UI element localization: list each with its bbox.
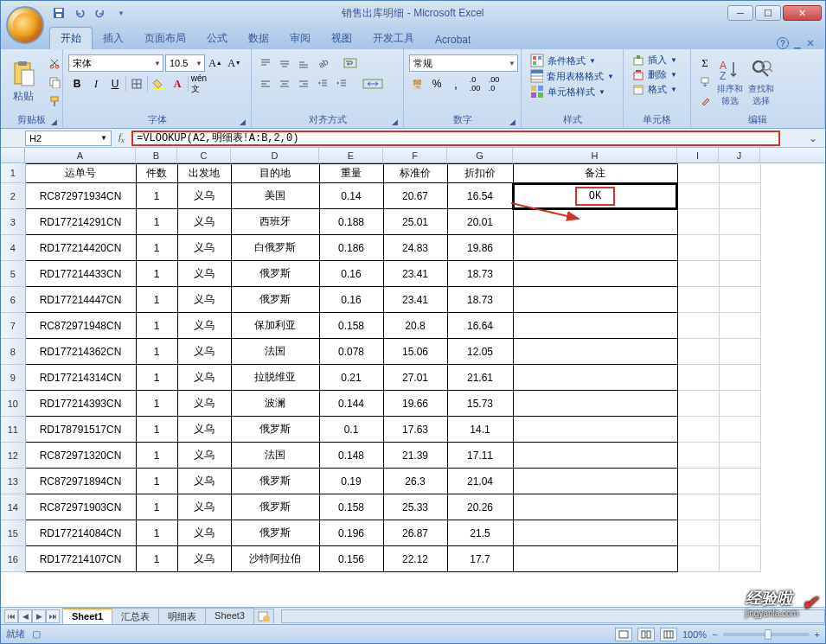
header-cell[interactable]: 备注 (513, 164, 677, 183)
row-header[interactable]: 10 (1, 391, 25, 417)
row-header[interactable]: 13 (1, 469, 25, 494)
col-header-J[interactable]: J (719, 148, 760, 163)
empty-cell[interactable] (677, 365, 719, 391)
data-cell[interactable] (513, 520, 677, 546)
align-left-icon[interactable] (257, 75, 274, 92)
conditional-formatting-button[interactable]: 条件格式▼ (527, 53, 618, 68)
data-cell[interactable]: 17.7 (447, 546, 513, 572)
col-header-C[interactable]: C (177, 148, 231, 163)
increase-decimal-icon[interactable]: .0.00 (466, 75, 483, 92)
row-header[interactable]: 14 (1, 494, 25, 520)
name-box[interactable]: H2▼ (25, 131, 112, 146)
save-icon[interactable] (49, 3, 68, 22)
data-cell[interactable] (513, 287, 677, 313)
increase-indent-icon[interactable] (333, 75, 350, 92)
data-cell[interactable] (513, 365, 677, 391)
empty-cell[interactable] (677, 235, 719, 261)
shrink-font-icon[interactable]: A▼ (226, 54, 243, 72)
data-cell[interactable]: 21.61 (447, 365, 513, 391)
insert-cells-button[interactable]: 插入▼ (629, 53, 685, 67)
data-cell[interactable] (513, 391, 677, 417)
empty-cell[interactable] (677, 494, 719, 520)
empty-cell[interactable] (677, 443, 719, 469)
data-cell[interactable]: 义乌 (177, 469, 231, 494)
data-cell[interactable]: 1 (136, 494, 177, 520)
next-sheet-icon[interactable]: ▶ (32, 609, 46, 623)
clear-icon[interactable] (696, 92, 714, 110)
header-cell[interactable]: 件数 (136, 164, 177, 183)
data-cell[interactable]: 1 (136, 261, 177, 287)
close-button[interactable]: ✕ (783, 5, 822, 21)
data-cell[interactable]: 1 (136, 443, 177, 469)
empty-cell[interactable] (719, 520, 760, 546)
data-cell[interactable]: 1 (136, 469, 177, 494)
font-name-combo[interactable]: 宋体▼ (68, 54, 163, 72)
data-cell[interactable]: 21.04 (447, 469, 513, 494)
empty-cell[interactable] (719, 469, 760, 494)
ribbon-tab-7[interactable]: 开发工具 (362, 28, 425, 49)
data-cell[interactable]: 1 (136, 520, 177, 546)
first-sheet-icon[interactable]: ⏮ (4, 609, 18, 623)
sheet-tab-1[interactable]: 汇总表 (112, 608, 159, 625)
data-cell[interactable] (513, 469, 677, 494)
data-cell[interactable] (513, 209, 677, 235)
data-cell[interactable]: 0.188 (319, 209, 383, 235)
font-size-combo[interactable]: 10.5▼ (165, 54, 205, 72)
orientation-icon[interactable]: ab (314, 54, 331, 72)
col-header-I[interactable]: I (677, 148, 719, 163)
row-header[interactable]: 12 (1, 443, 25, 469)
empty-cell[interactable] (719, 164, 760, 183)
data-cell[interactable] (513, 443, 677, 469)
delete-cells-button[interactable]: 删除▼ (629, 67, 685, 82)
data-cell[interactable]: 法国 (231, 443, 319, 469)
select-all-corner[interactable] (1, 148, 25, 163)
empty-cell[interactable] (719, 287, 760, 313)
data-cell[interactable]: RD177214084CN (25, 520, 136, 546)
ribbon-close-icon[interactable]: ✕ (806, 37, 815, 49)
data-cell[interactable]: 0.158 (319, 494, 383, 520)
empty-cell[interactable] (677, 469, 719, 494)
data-cell[interactable]: RD177214420CN (25, 235, 136, 261)
autosum-icon[interactable]: Σ (696, 54, 714, 72)
data-cell[interactable]: 俄罗斯 (231, 261, 319, 287)
border-icon[interactable] (128, 75, 145, 92)
row-header[interactable]: 7 (1, 313, 25, 339)
data-cell[interactable]: 16.54 (447, 183, 513, 209)
data-cell[interactable]: 俄罗斯 (231, 469, 319, 494)
ribbon-tab-6[interactable]: 视图 (321, 28, 362, 49)
data-cell[interactable]: 24.83 (383, 235, 447, 261)
data-cell[interactable]: RD177214447CN (25, 287, 136, 313)
data-cell[interactable]: 美国 (231, 183, 319, 209)
expand-formula-icon[interactable]: ⌄ (804, 132, 822, 144)
data-cell[interactable]: 16.64 (447, 313, 513, 339)
font-color-icon[interactable]: A (169, 75, 186, 92)
empty-cell[interactable] (677, 287, 719, 313)
row-header[interactable]: 16 (1, 546, 25, 572)
paste-button[interactable]: 粘贴 (4, 58, 42, 105)
data-cell[interactable]: OK (513, 183, 677, 209)
data-cell[interactable]: 0.144 (319, 391, 383, 417)
zoom-in-icon[interactable]: + (815, 629, 820, 640)
data-cell[interactable]: 18.73 (447, 287, 513, 313)
data-cell[interactable]: 1 (136, 546, 177, 572)
data-cell[interactable]: 23.41 (383, 261, 447, 287)
align-right-icon[interactable] (295, 75, 312, 92)
data-cell[interactable]: 20.67 (383, 183, 447, 209)
row-header[interactable]: 3 (1, 209, 25, 235)
data-cell[interactable]: 1 (136, 235, 177, 261)
empty-cell[interactable] (719, 391, 760, 417)
zoom-slider[interactable] (723, 633, 810, 636)
empty-cell[interactable] (719, 417, 760, 443)
minimize-button[interactable]: ─ (727, 5, 753, 21)
sort-filter-button[interactable]: AZ 排序和 筛选 (715, 55, 745, 109)
page-layout-view-icon[interactable] (637, 628, 655, 641)
data-cell[interactable]: 0.148 (319, 443, 383, 469)
data-cell[interactable]: 0.158 (319, 313, 383, 339)
data-cell[interactable]: 0.21 (319, 365, 383, 391)
launcher-icon[interactable]: ◢ (392, 118, 398, 126)
fx-icon[interactable]: fx (118, 131, 125, 144)
col-header-G[interactable]: G (447, 148, 513, 163)
help-icon[interactable]: ? (777, 37, 789, 49)
data-cell[interactable]: 白俄罗斯 (231, 235, 319, 261)
percent-icon[interactable]: % (428, 75, 445, 92)
